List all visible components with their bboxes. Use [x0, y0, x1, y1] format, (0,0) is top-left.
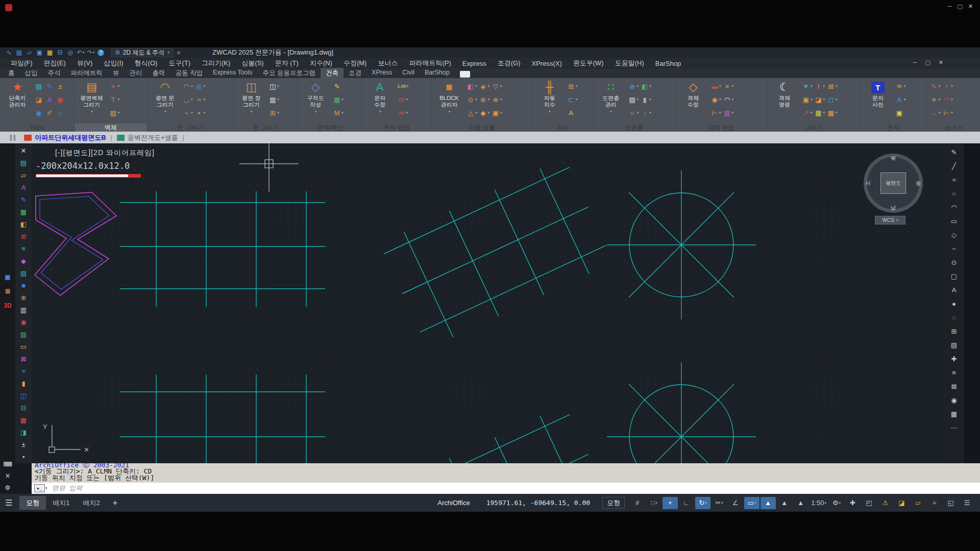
right-toolbar-icon[interactable]: ●	[947, 297, 961, 311]
ribbon-tab[interactable]: 건축	[321, 68, 344, 78]
menu-item[interactable]: 문자 (T)	[270, 59, 304, 68]
ribbon-small-button[interactable]: ◆	[478, 107, 491, 119]
ribbon-small-button[interactable]: ▣	[55, 93, 66, 106]
right-toolbar-icon[interactable]: ○	[947, 187, 961, 201]
ribbon-collapse-icon[interactable]: ≡	[177, 49, 180, 56]
right-toolbar-icon[interactable]: ◇	[947, 228, 961, 242]
auto-dimension-button[interactable]: ╫ 자동치수	[534, 80, 565, 115]
menu-item[interactable]: 삽입(I)	[98, 59, 129, 68]
drawing-canvas[interactable]: Y ✕ [-][평면도][2D 와이어프레임] -200x204x12.0x12…	[32, 143, 944, 463]
ribbon-small-button[interactable]: ◠	[941, 93, 954, 106]
ribbon-small-button[interactable]: ◉	[34, 107, 44, 119]
menu-item[interactable]: XPress(X)	[526, 60, 568, 67]
ribbon-small-button[interactable]: ▥	[722, 107, 734, 119]
document-tab-retaining-wall[interactable]: 옹벽전개도+샘플	[112, 132, 183, 143]
ribbon-small-button[interactable]: ◻	[826, 93, 839, 106]
left-toolbar-icon[interactable]: ◨	[17, 426, 30, 438]
quick-access-button[interactable]: ▦	[45, 48, 55, 57]
left-toolbar-icon[interactable]: ■	[17, 279, 30, 291]
quick-access-button[interactable]: ▣	[35, 48, 45, 57]
ribbon-small-button[interactable]: ◫	[267, 80, 280, 92]
right-toolbar-icon[interactable]: ⊙	[947, 256, 961, 269]
menu-item[interactable]: Express	[457, 60, 492, 67]
menu-item[interactable]: 수정(M)	[338, 59, 373, 68]
menu-item[interactable]: 파일(F)	[5, 59, 38, 68]
menu-item[interactable]: 뷰(V)	[71, 59, 98, 68]
ribbon-tab[interactable]: 뷰	[108, 68, 125, 78]
ribbon-small-button[interactable]: ▤	[627, 93, 640, 106]
ribbon-tab[interactable]: 주요 응용프로그램	[258, 68, 321, 78]
ribbon-small-button[interactable]: ▦	[813, 107, 826, 119]
menu-item[interactable]: BarShop	[650, 60, 687, 67]
text-modify-button[interactable]: A 문자수정	[364, 80, 395, 115]
ribbon-small-button[interactable]: ▣	[894, 107, 907, 119]
ribbon-tab[interactable]: BarShop	[420, 68, 455, 78]
ribbon-tab[interactable]: Civil	[397, 68, 420, 78]
ribbon-small-button[interactable]: ◈	[478, 80, 491, 92]
left-toolbar-icon[interactable]: ≡	[17, 242, 30, 255]
status-toggle-button[interactable]: ▲	[793, 497, 808, 509]
status-toggle-button[interactable]: ∠	[728, 497, 743, 509]
ribbon-tab[interactable]: 홈	[3, 68, 20, 78]
ribbon-small-button[interactable]: ⊤	[108, 93, 121, 106]
viewport-controls-label[interactable]: [-][평면도][2D 와이어프레임]	[55, 148, 155, 158]
menu-item[interactable]: 도움말(H)	[609, 59, 650, 68]
dock-icon[interactable]: ✕	[5, 472, 10, 480]
ribbon-small-button[interactable]: ⊙	[465, 93, 478, 106]
plan-window-draw-button[interactable]: ◫ 평면 창그리기	[236, 80, 266, 115]
right-toolbar-icon[interactable]: ▭	[947, 214, 961, 228]
right-toolbar-icon[interactable]: ◠	[947, 201, 961, 214]
compass-plan-view-button[interactable]: 평면도	[880, 172, 906, 194]
menu-item[interactable]: 도구(T)	[163, 59, 196, 68]
menu-item[interactable]: 심볼(S)	[236, 59, 269, 68]
left-toolbar-icon[interactable]: ▭	[17, 340, 30, 353]
ribbon-small-button[interactable]: M	[332, 107, 345, 119]
left-toolbar-icon[interactable]: ▨	[17, 328, 30, 340]
left-toolbar-icon[interactable]: ▮	[17, 377, 30, 389]
command-input-placeholder[interactable]: 명령 입력	[52, 484, 83, 493]
ribbon-small-button[interactable]: ✎	[929, 80, 942, 92]
ribbon-tab[interactable]: XPress	[366, 68, 397, 78]
text-dictionary-button[interactable]: T 문자사전	[863, 80, 893, 108]
right-toolbar-icon[interactable]: ≡	[947, 366, 961, 380]
ribbon-small-button[interactable]: ↑	[941, 80, 954, 92]
shortcut-manager-button[interactable]: ★ 단축키관리자	[2, 80, 33, 108]
ribbon-small-button[interactable]: ◎	[194, 80, 207, 92]
left-toolbar-icon[interactable]: ▥	[17, 304, 30, 316]
left-toolbar-icon[interactable]: ◆	[17, 255, 30, 267]
quick-access-button[interactable]: ⊟	[55, 48, 65, 57]
ribbon-tab[interactable]: 공동 작업	[170, 68, 208, 78]
ribbon-small-button[interactable]: ▨	[108, 107, 121, 119]
right-toolbar-icon[interactable]: ◉	[947, 393, 961, 407]
left-toolbar-icon[interactable]: ▩	[17, 414, 30, 426]
ribbon-small-button[interactable]: △	[465, 107, 478, 119]
window-control-icon[interactable]: ✕	[968, 3, 973, 10]
status-toggle-button[interactable]: ✚	[845, 497, 861, 509]
drag-grip-icon[interactable]: ▐▐	[8, 135, 15, 140]
status-toggle-button[interactable]: ◰	[862, 497, 877, 509]
add-layout-button[interactable]: +	[113, 498, 117, 508]
ribbon-small-button[interactable]: 바	[894, 80, 907, 92]
status-toggle-button[interactable]: ↻	[695, 497, 710, 509]
menu-item[interactable]: 치수(N)	[304, 59, 338, 68]
object-modify-button[interactable]: ◇ 객체수정	[678, 80, 708, 108]
ribbon-small-button[interactable]: A	[894, 93, 907, 106]
left-toolbar-icon[interactable]: ▦	[17, 206, 30, 218]
compass-south[interactable]: 남	[891, 204, 896, 212]
status-toggle-button[interactable]: ☰	[960, 497, 975, 509]
left-toolbar-icon[interactable]: ◉	[17, 316, 30, 328]
ribbon-small-button[interactable]: ▪	[194, 107, 207, 119]
right-toolbar-icon[interactable]: ⋯	[947, 421, 961, 435]
ribbon-tab[interactable]: 삽입	[20, 68, 43, 78]
ribbon-small-button[interactable]: ⊞	[267, 107, 280, 119]
menu-item[interactable]: 윈도우(W)	[568, 59, 609, 68]
left-toolbar-icon[interactable]: ≈	[17, 365, 30, 377]
menu-item[interactable]: 조경(G)	[492, 59, 526, 68]
quick-access-button[interactable]: ▤	[14, 48, 24, 57]
layout-tab[interactable]: 배치1	[46, 496, 76, 510]
quick-access-button[interactable]: ▱	[24, 48, 35, 57]
left-toolbar-icon[interactable]: ◧	[17, 218, 30, 230]
workspace-switcher[interactable]: ⚙ 2D 제도 & 주석	[111, 48, 174, 57]
ribbon-small-button[interactable]: ▬	[709, 80, 722, 92]
ribbon-small-button[interactable]: ◪	[813, 93, 826, 106]
